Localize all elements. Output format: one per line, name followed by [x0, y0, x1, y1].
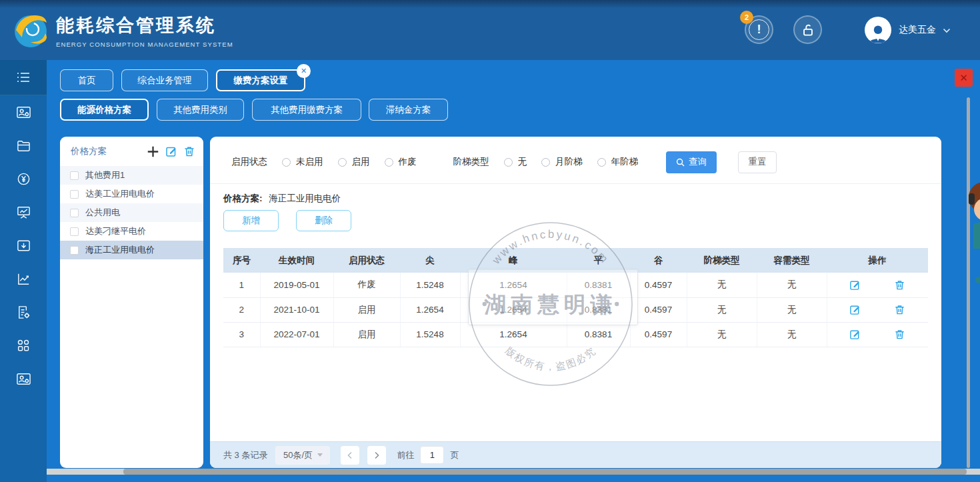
current-plan-value: 海正工业用电电价 — [269, 193, 341, 203]
radio-ladder-yearly[interactable] — [597, 158, 606, 167]
menu-list-icon — [15, 69, 31, 85]
radio-status-enabled[interactable] — [338, 158, 347, 167]
chevron-left-icon — [347, 451, 353, 459]
brand-block: 能耗综合管理系统 ENERGY CONSUMPTION MANAGEMENT S… — [56, 13, 233, 48]
next-page-button[interactable] — [367, 446, 386, 465]
sidebar-item-apps[interactable] — [0, 329, 47, 362]
sidebar-item-files[interactable] — [0, 129, 47, 162]
goto-page-input[interactable] — [420, 446, 444, 464]
plan-list-item[interactable]: 达美工业用电电价 — [60, 185, 203, 203]
subtab-other-fee-category[interactable]: 其他费用类别 — [157, 99, 244, 121]
cell-no: 2 — [223, 297, 260, 322]
plan-list-item[interactable]: 其他费用1 — [60, 166, 203, 185]
sidebar-item-user-settings[interactable] — [0, 95, 47, 129]
page-size-select[interactable]: 50条/页 — [275, 446, 330, 465]
lock-button[interactable] — [793, 15, 822, 44]
subtab-label: 滞纳金方案 — [386, 104, 431, 116]
plan-checkbox[interactable] — [70, 227, 79, 236]
page-size-value: 50条/页 — [283, 449, 313, 461]
radio-label[interactable]: 年阶梯 — [611, 156, 639, 168]
radio-ladder-monthly[interactable] — [541, 158, 550, 167]
table-header-row: 序号 生效时间 启用状态 尖 峰 平 谷 阶梯类型 容需类型 操作 — [223, 248, 928, 273]
page-unit-label: 页 — [450, 449, 459, 461]
radio-status-voided[interactable] — [385, 158, 393, 167]
tab-close-button[interactable]: ✕ — [297, 64, 311, 78]
subtab-other-fee-payment-plan[interactable]: 其他费用缴费方案 — [252, 99, 361, 121]
user-avatar[interactable] — [865, 17, 891, 43]
price-plan-panel-title: 价格方案 — [71, 145, 147, 157]
delete-button[interactable]: 删除 — [296, 210, 351, 231]
user-card-gear-icon — [16, 105, 31, 120]
notification-badge: 2 — [740, 11, 753, 24]
query-button-label: 查询 — [689, 156, 707, 168]
sidebar-item-report-settings[interactable] — [0, 295, 47, 329]
cell-peak: 1.2654 — [460, 273, 567, 297]
sidebar-item-monitor[interactable] — [0, 195, 47, 229]
cell-flat: 0.8381 — [567, 297, 630, 322]
trash-icon — [894, 304, 905, 315]
plan-list-item[interactable]: 公共用电 — [60, 203, 203, 222]
cell-sharp: 1.5248 — [400, 273, 460, 297]
radio-label[interactable]: 无 — [518, 156, 527, 168]
add-button[interactable]: 新增 — [223, 210, 279, 231]
plan-checkbox[interactable] — [70, 190, 79, 199]
service-mascot[interactable] — [968, 179, 980, 292]
tab-business-management[interactable]: 综合业务管理 — [121, 69, 208, 91]
trash-icon — [894, 279, 905, 291]
reset-button[interactable]: 重置 — [738, 151, 777, 173]
sidebar-item-menu[interactable] — [0, 60, 47, 95]
row-edit-button[interactable] — [849, 279, 861, 291]
plan-checkbox[interactable] — [70, 171, 79, 180]
row-delete-button[interactable] — [894, 279, 905, 291]
tab-home[interactable]: 首页 — [60, 69, 113, 91]
radio-label[interactable]: 启用 — [352, 156, 370, 168]
sidebar-item-analytics[interactable] — [0, 262, 47, 295]
exclamation-icon: ! — [749, 19, 769, 40]
subtab-late-fee-plan[interactable]: 滞纳金方案 — [369, 99, 448, 121]
add-plan-button[interactable] — [147, 145, 159, 158]
query-button[interactable]: 查询 — [666, 151, 717, 173]
subtab-energy-price-plan[interactable]: 能源价格方案 — [60, 99, 149, 121]
cell-ladder: 无 — [687, 297, 757, 322]
username[interactable]: 达美五金 — [899, 24, 936, 36]
tab-payment-plan-settings[interactable]: 缴费方案设置 ✕ — [216, 69, 305, 91]
row-delete-button[interactable] — [894, 304, 905, 315]
magnifier-icon — [676, 158, 685, 167]
col-header: 峰 — [460, 248, 567, 273]
horizontal-scrollbar-track[interactable] — [47, 469, 980, 475]
edit-plan-button[interactable] — [165, 145, 177, 157]
plan-checkbox[interactable] — [70, 209, 79, 217]
cell-valley: 0.4597 — [630, 322, 687, 347]
delete-plan-button[interactable] — [183, 145, 195, 157]
sidebar-nav — [0, 60, 47, 482]
close-page-button[interactable]: ✕ — [955, 69, 973, 87]
caret-down-icon — [317, 453, 323, 457]
plan-checkbox[interactable] — [70, 246, 79, 255]
row-edit-button[interactable] — [849, 329, 861, 340]
horizontal-scrollbar-thumb[interactable] — [123, 469, 967, 475]
cell-capacity: 无 — [757, 297, 827, 322]
radio-ladder-none[interactable] — [504, 158, 513, 167]
currency-yen-circle-icon — [16, 171, 31, 187]
cell-sharp: 1.2654 — [400, 297, 460, 322]
sidebar-item-import[interactable] — [0, 229, 47, 262]
row-edit-button[interactable] — [849, 304, 861, 315]
sidebar-item-billing[interactable] — [0, 162, 47, 195]
radio-label[interactable]: 作废 — [399, 156, 417, 168]
radio-status-not-enabled[interactable] — [282, 158, 291, 167]
row-delete-button[interactable] — [894, 329, 905, 340]
table-action-buttons: 新增 删除 — [223, 210, 351, 231]
cell-flat: 0.8381 — [567, 273, 630, 297]
line-chart-icon — [16, 271, 31, 287]
cell-date: 2019-05-01 — [260, 273, 333, 297]
sidebar-item-user-admin[interactable] — [0, 362, 47, 395]
radio-label[interactable]: 未启用 — [296, 156, 323, 168]
plan-list-item-selected[interactable]: 海正工业用电电价 — [60, 241, 203, 259]
app-logo-icon — [11, 9, 51, 49]
pagination-bar: 共 3 条记录 50条/页 前往 页 — [210, 441, 941, 468]
prev-page-button[interactable] — [341, 446, 359, 465]
cell-sharp: 1.5248 — [400, 322, 460, 347]
radio-label[interactable]: 月阶梯 — [555, 156, 583, 168]
plan-list-item[interactable]: 达美刁继平电价 — [60, 222, 203, 241]
chevron-down-icon[interactable] — [943, 28, 951, 33]
